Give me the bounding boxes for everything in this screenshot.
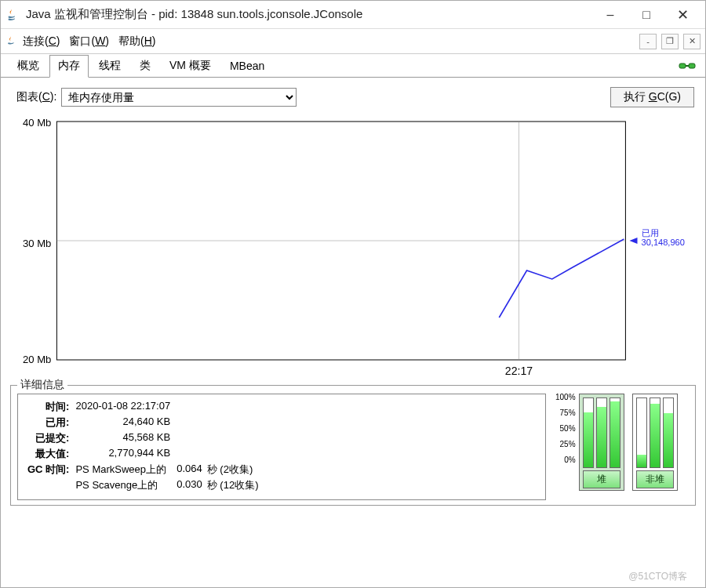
tab-overview[interactable]: 概览	[9, 55, 48, 78]
bar-scale: 100% 75% 50% 25% 0%	[555, 394, 576, 464]
svg-text:30 Mb: 30 Mb	[23, 238, 51, 249]
tabs: 概览 内存 线程 类 VM 概要 MBean	[1, 54, 705, 78]
close-button[interactable]: ✕	[664, 3, 701, 27]
chart-selector-label: 图表(C):	[16, 90, 56, 104]
svg-text:30,148,960: 30,148,960	[642, 238, 685, 247]
memory-panel: 图表(C): 堆内存使用量 执行 GC(G) 40 Mb 30 Mb 20 Mb	[1, 78, 705, 587]
tab-threads[interactable]: 线程	[90, 55, 129, 78]
java-icon	[5, 35, 18, 48]
mdi-minimize-button[interactable]: -	[639, 34, 657, 49]
details-panel: 详细信息 时间:2020-01-08 22:17:07 已用:24,640 KB…	[10, 385, 696, 506]
menu-help[interactable]: 帮助(H)	[118, 34, 155, 49]
svg-marker-10	[629, 238, 637, 244]
memory-pool-bars: 100% 75% 50% 25% 0%	[555, 394, 689, 500]
heap-bar-group[interactable]: 堆	[579, 394, 624, 491]
tab-mbean[interactable]: MBean	[221, 56, 273, 77]
main-window: Java 监视和管理控制台 - pid: 13848 sun.tools.jco…	[0, 0, 706, 588]
nonheap-group-button[interactable]: 非堆	[636, 470, 674, 488]
details-title: 详细信息	[17, 378, 67, 392]
menu-connect[interactable]: 连接(C)	[23, 34, 60, 49]
tab-vm-summary[interactable]: VM 概要	[161, 55, 220, 78]
svg-text:22:17: 22:17	[505, 365, 533, 377]
minimize-button[interactable]: –	[592, 3, 628, 27]
mdi-restore-button[interactable]: ❐	[661, 34, 679, 49]
svg-rect-0	[679, 64, 686, 68]
window-title: Java 监视和管理控制台 - pid: 13848 sun.tools.jco…	[26, 7, 592, 22]
tab-memory[interactable]: 内存	[49, 55, 89, 78]
svg-text:40 Mb: 40 Mb	[23, 117, 51, 129]
maximize-button[interactable]: □	[628, 3, 664, 27]
connection-indicator-icon	[679, 60, 696, 71]
java-icon	[5, 8, 20, 22]
titlebar: Java 监视和管理控制台 - pid: 13848 sun.tools.jco…	[1, 1, 705, 29]
svg-rect-1	[689, 64, 695, 68]
menu-window[interactable]: 窗口(W)	[69, 34, 109, 49]
heap-group-button[interactable]: 堆	[583, 470, 620, 488]
details-stats: 时间:2020-01-08 22:17:07 已用:24,640 KB 已提交:…	[17, 394, 546, 500]
mdi-close-button[interactable]: ✕	[683, 34, 701, 49]
svg-text:20 Mb: 20 Mb	[23, 354, 51, 365]
nonheap-bar-group[interactable]: 非堆	[632, 394, 678, 491]
svg-text:已用: 已用	[642, 228, 659, 238]
menubar: 连接(C) 窗口(W) 帮助(H) - ❐ ✕	[1, 29, 705, 54]
chart-selector[interactable]: 堆内存使用量	[61, 88, 297, 107]
tab-classes[interactable]: 类	[131, 55, 159, 78]
perform-gc-button[interactable]: 执行 GC(G)	[610, 87, 694, 107]
heap-chart: 40 Mb 30 Mb 20 Mb 22:17 已用 30,148,960	[13, 112, 693, 379]
